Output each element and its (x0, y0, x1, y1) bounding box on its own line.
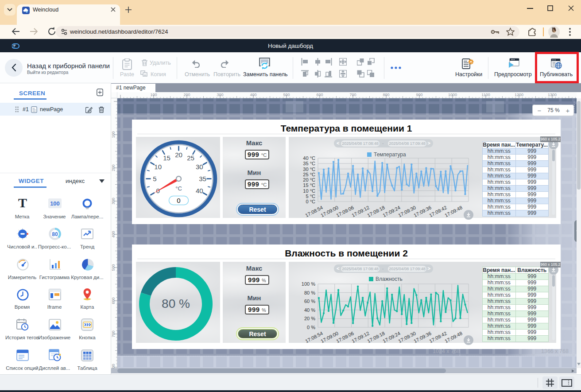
svg-text:40 %: 40 % (304, 307, 315, 313)
svg-text:200: 200 (111, 164, 116, 171)
svg-text:80 %: 80 % (304, 290, 315, 295)
svg-text:0: 0 (177, 197, 180, 204)
svg-text:30 °C: 30 °C (303, 167, 315, 172)
svg-text:25: 25 (187, 154, 194, 162)
svg-text:40: 40 (196, 187, 203, 194)
svg-text:200: 200 (183, 93, 190, 97)
svg-text:800: 800 (383, 93, 389, 97)
svg-text:30: 30 (196, 163, 203, 171)
svg-text:1200: 1200 (515, 93, 523, 97)
svg-text:400: 400 (111, 231, 116, 237)
svg-text:80: 80 (52, 231, 58, 237)
svg-text:60 %: 60 % (304, 299, 315, 304)
svg-text:20: 20 (175, 151, 182, 159)
svg-text:600: 600 (316, 93, 323, 97)
svg-text:400: 400 (250, 93, 256, 97)
svg-text:15: 15 (163, 154, 170, 162)
svg-text:10: 10 (154, 163, 162, 171)
svg-text:700: 700 (349, 93, 356, 97)
svg-text:100: 100 (150, 93, 157, 97)
svg-text:35: 35 (199, 175, 206, 182)
svg-text:1300: 1300 (548, 93, 557, 97)
svg-text:300: 300 (217, 93, 223, 97)
svg-text:25 °C: 25 °C (303, 172, 315, 177)
svg-text:0 %: 0 % (307, 325, 315, 330)
svg-text:80 %: 80 % (162, 297, 190, 310)
svg-text:17:09:48: 17:09:48 (444, 205, 463, 218)
svg-text:15 °C: 15 °C (303, 182, 315, 188)
svg-text:5: 5 (153, 175, 156, 182)
svg-text:100: 100 (111, 131, 116, 138)
svg-text:500: 500 (111, 264, 116, 271)
svg-text:5 °C: 5 °C (306, 194, 315, 199)
svg-text:1100: 1100 (481, 93, 490, 97)
svg-text:17:09:48: 17:09:48 (444, 330, 463, 344)
svg-text:600: 600 (111, 297, 116, 304)
svg-text:°C: °C (175, 185, 182, 192)
svg-text:35 °C: 35 °C (303, 161, 315, 166)
svg-text:500: 500 (283, 93, 290, 97)
svg-text:40 °C: 40 °C (303, 155, 315, 161)
svg-text:20 °C: 20 °C (303, 177, 315, 182)
svg-text:900: 900 (416, 93, 422, 97)
svg-text:800: 800 (111, 364, 116, 368)
svg-text:10 °C: 10 °C (303, 188, 315, 194)
svg-text:20 %: 20 % (304, 316, 315, 321)
svg-text:100 %: 100 % (302, 281, 315, 287)
svg-text:100: 100 (50, 200, 60, 207)
svg-text:1000: 1000 (448, 93, 457, 97)
svg-text:700: 700 (111, 330, 116, 337)
svg-text:0 °C: 0 °C (306, 199, 315, 204)
svg-text:300: 300 (111, 198, 116, 204)
